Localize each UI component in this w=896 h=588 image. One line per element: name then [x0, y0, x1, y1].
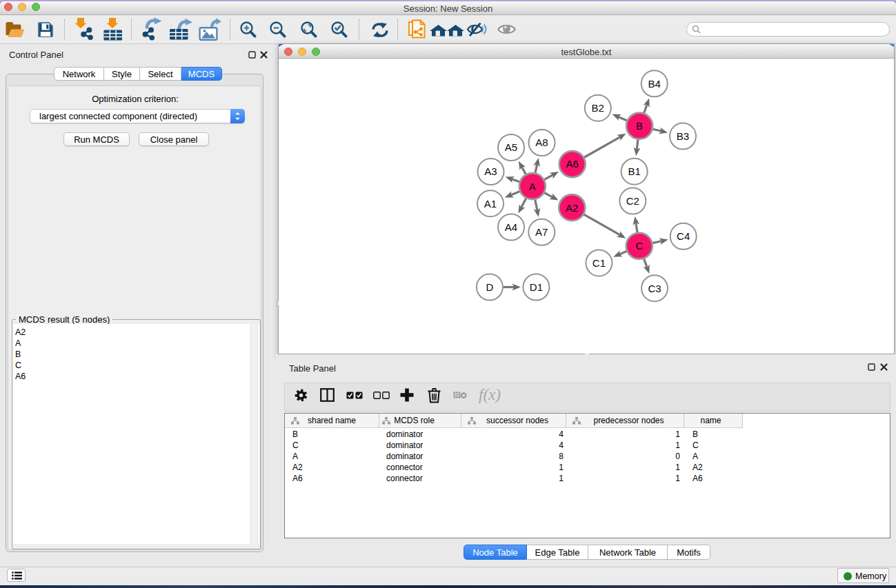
- svg-text:B3: B3: [677, 130, 689, 141]
- svg-text:C: C: [635, 240, 643, 252]
- svg-text:C4: C4: [677, 230, 690, 242]
- svg-text:C3: C3: [648, 282, 661, 294]
- svg-text:A2: A2: [566, 201, 578, 213]
- svg-text:C1: C1: [593, 256, 606, 268]
- svg-text:A6: A6: [566, 158, 579, 170]
- svg-text:A: A: [529, 180, 536, 192]
- svg-text:B1: B1: [628, 165, 640, 177]
- svg-text:B: B: [636, 120, 643, 132]
- svg-text:A4: A4: [505, 221, 517, 232]
- svg-text:A5: A5: [505, 141, 517, 153]
- svg-text:D: D: [486, 281, 493, 292]
- svg-text:C2: C2: [626, 194, 639, 206]
- svg-text:A7: A7: [535, 226, 548, 238]
- svg-text:A1: A1: [484, 197, 497, 209]
- svg-text:D1: D1: [530, 281, 543, 292]
- svg-text:B4: B4: [648, 77, 661, 89]
- svg-text:A3: A3: [484, 165, 497, 177]
- svg-text:A8: A8: [535, 136, 548, 148]
- svg-text:B2: B2: [592, 102, 604, 114]
